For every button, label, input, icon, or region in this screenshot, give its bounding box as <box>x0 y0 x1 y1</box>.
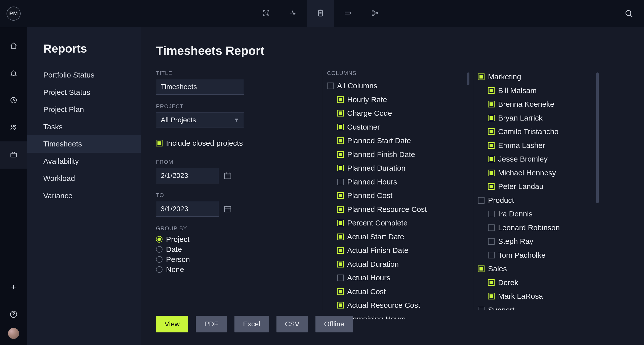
help-button[interactable] <box>0 301 27 328</box>
topbar-scan-button[interactable] <box>253 0 280 27</box>
column-actual-hours-checkbox[interactable]: Actual Hours <box>327 271 468 285</box>
to-date-input[interactable]: 3/1/2023 <box>156 201 219 217</box>
include-closed-checkbox[interactable]: Include closed projects <box>156 136 317 150</box>
svg-point-15 <box>14 126 16 127</box>
group-by-project[interactable]: Project <box>156 234 317 244</box>
column-planned-duration-checkbox[interactable]: Planned Duration <box>327 161 468 175</box>
checkbox-label: Leonard Robinson <box>498 222 560 234</box>
label-columns: COLUMNS <box>327 70 468 76</box>
checkbox-icon <box>337 302 344 309</box>
person-mark-larosa-checkbox[interactable]: Mark LaRosa <box>478 289 594 303</box>
csv-button[interactable]: CSV <box>276 316 308 332</box>
person-bryan-larrick-checkbox[interactable]: Bryan Larrick <box>478 111 594 125</box>
topbar-center <box>27 0 614 27</box>
title-input[interactable]: Timesheets <box>156 79 244 95</box>
checkbox-icon <box>488 224 495 231</box>
field-from: FROM 2/1/2023 <box>156 159 317 183</box>
sidebar-item-timesheets[interactable]: Timesheets <box>27 135 141 153</box>
checkbox-label: Mark LaRosa <box>498 290 543 302</box>
person-emma-lasher-checkbox[interactable]: Emma Lasher <box>478 139 594 152</box>
offline-button[interactable]: Offline <box>315 316 353 332</box>
person-bill-malsam-checkbox[interactable]: Bill Malsam <box>478 84 594 98</box>
calendar-icon[interactable] <box>223 205 232 213</box>
rail-people-button[interactable] <box>0 114 27 141</box>
to-date-value: 3/1/2023 <box>161 205 188 213</box>
group-support-checkbox[interactable]: Support <box>478 303 594 310</box>
calendar-icon[interactable] <box>223 171 232 180</box>
columns-scrollbar[interactable] <box>467 72 469 85</box>
field-project: PROJECT All Projects ▼ <box>156 103 317 128</box>
column-actual-resource-cost-checkbox[interactable]: Actual Resource Cost <box>327 298 468 312</box>
topbar-card-button[interactable] <box>334 0 361 27</box>
group-by-date[interactable]: Date <box>156 244 317 254</box>
sidebar-item-availability[interactable]: Availability <box>27 153 141 170</box>
person-derek-checkbox[interactable]: Derek <box>478 276 594 290</box>
columns-all-checkbox[interactable]: All Columns <box>327 79 468 93</box>
column-planned-cost-checkbox[interactable]: Planned Cost <box>327 189 468 203</box>
add-button[interactable] <box>0 274 27 301</box>
radio-label: Date <box>166 245 182 254</box>
rail-briefcase-button[interactable] <box>0 141 27 169</box>
person-tom-pacholke-checkbox[interactable]: Tom Pacholke <box>478 248 594 262</box>
user-avatar[interactable] <box>8 328 19 339</box>
chevron-down-icon: ▼ <box>234 117 239 123</box>
column-hourly-rate-checkbox[interactable]: Hourly Rate <box>327 93 468 107</box>
search-button[interactable] <box>615 0 642 27</box>
column-actual-start-date-checkbox[interactable]: Actual Start Date <box>327 230 468 244</box>
sidebar-item-project-status[interactable]: Project Status <box>27 84 141 101</box>
radio-icon <box>156 236 163 243</box>
column-actual-cost-checkbox[interactable]: Actual Cost <box>327 285 468 299</box>
column-planned-resource-cost-checkbox[interactable]: Planned Resource Cost <box>327 203 468 216</box>
sidebar-item-workload[interactable]: Workload <box>27 170 141 187</box>
column-charge-code-checkbox[interactable]: Charge Code <box>327 106 468 120</box>
checkbox-icon <box>337 96 344 103</box>
column-planned-hours-checkbox[interactable]: Planned Hours <box>327 175 468 189</box>
logo-badge[interactable]: PM <box>7 7 21 21</box>
person-brenna-koeneke-checkbox[interactable]: Brenna Koeneke <box>478 97 594 111</box>
from-date-input[interactable]: 2/1/2023 <box>156 168 219 183</box>
person-steph-ray-checkbox[interactable]: Steph Ray <box>478 235 594 248</box>
person-michael-hennesy-checkbox[interactable]: Michael Hennesy <box>478 166 594 180</box>
group-by-person[interactable]: Person <box>156 254 317 264</box>
person-leonard-robinson-checkbox[interactable]: Leonard Robinson <box>478 221 594 235</box>
checkbox-label: Remaining Hours <box>347 313 406 319</box>
svg-point-11 <box>626 10 631 15</box>
group-product-checkbox[interactable]: Product <box>478 194 594 207</box>
people-scrollbar[interactable] <box>596 72 599 203</box>
group-sales-checkbox[interactable]: Sales <box>478 262 594 276</box>
column-planned-start-date-checkbox[interactable]: Planned Start Date <box>327 134 468 148</box>
checkbox-label: Percent Complete <box>347 217 408 229</box>
view-button[interactable]: View <box>156 316 188 332</box>
column-customer-checkbox[interactable]: Customer <box>327 120 468 134</box>
field-title: TITLE Timesheets <box>156 70 317 95</box>
topbar-clipboard-button[interactable] <box>307 0 334 27</box>
rail-home-button[interactable] <box>0 33 27 60</box>
person-camilo-tristancho-checkbox[interactable]: Camilo Tristancho <box>478 125 594 139</box>
checkbox-icon <box>337 179 344 185</box>
checkbox-label: Camilo Tristancho <box>498 126 558 138</box>
person-peter-landau-checkbox[interactable]: Peter Landau <box>478 180 594 194</box>
radio-icon <box>156 246 163 253</box>
topbar-pulse-button[interactable] <box>280 0 307 27</box>
column-percent-complete-checkbox[interactable]: Percent Complete <box>327 216 468 230</box>
checkbox-label: Ira Dennis <box>498 208 533 220</box>
column-actual-duration-checkbox[interactable]: Actual Duration <box>327 257 468 271</box>
sidebar-item-variance[interactable]: Variance <box>27 187 141 205</box>
sidebar-item-tasks[interactable]: Tasks <box>27 118 141 136</box>
sidebar-item-portfolio-status[interactable]: Portfolio Status <box>27 66 141 84</box>
column-planned-finish-date-checkbox[interactable]: Planned Finish Date <box>327 148 468 162</box>
person-jesse-bromley-checkbox[interactable]: Jesse Bromley <box>478 152 594 166</box>
person-ira-dennis-checkbox[interactable]: Ira Dennis <box>478 207 594 221</box>
rail-clock-button[interactable] <box>0 87 27 114</box>
pdf-button[interactable]: PDF <box>196 316 227 332</box>
group-by-none[interactable]: None <box>156 264 317 275</box>
group-marketing-checkbox[interactable]: Marketing <box>478 70 594 84</box>
column-actual-finish-date-checkbox[interactable]: Actual Finish Date <box>327 244 468 257</box>
project-select[interactable]: All Projects ▼ <box>156 112 244 128</box>
topbar-sitemap-button[interactable] <box>361 0 388 27</box>
excel-button[interactable]: Excel <box>234 316 269 332</box>
svg-point-20 <box>13 316 14 316</box>
radio-label: Person <box>166 255 190 264</box>
sidebar-item-project-plan[interactable]: Project Plan <box>27 101 141 118</box>
rail-bell-button[interactable] <box>0 60 27 87</box>
